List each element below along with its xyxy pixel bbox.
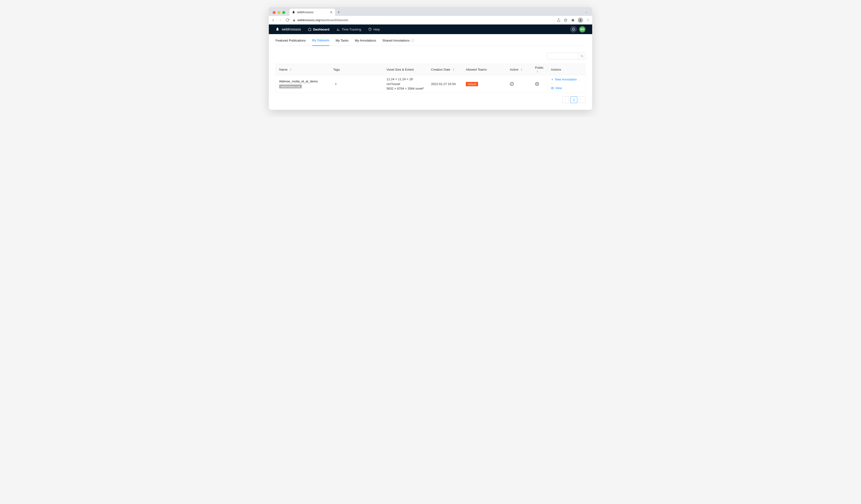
col-header-tags: Tags <box>330 68 383 71</box>
brand-label: webKnossos <box>282 27 301 31</box>
col-header-creation[interactable]: Creation Date ▲▼ <box>428 68 463 71</box>
share-icon[interactable] <box>557 18 560 22</box>
help-icon <box>368 28 372 31</box>
tab-my-datasets[interactable]: My Datasets <box>312 38 329 46</box>
col-header-public[interactable]: Public ▲▼ <box>532 66 547 73</box>
tab-close-icon[interactable]: ✕ <box>330 10 333 14</box>
tab-my-annotations[interactable]: My Annotations <box>355 38 376 46</box>
bookmark-icon[interactable] <box>564 18 568 22</box>
eye-icon <box>551 86 554 90</box>
nav-dashboard[interactable]: Dashboard <box>308 28 329 31</box>
avatar-initials: MS <box>580 28 585 31</box>
cell-tags: + <box>330 81 383 87</box>
url-field[interactable]: webknossos.org/dashboard/datasets <box>292 18 554 22</box>
col-header-active[interactable]: Active ▲▼ <box>506 68 532 71</box>
table-row: l4dense_motta_et_al_demo webknossos.org … <box>276 75 585 93</box>
nav-time-tracking-label: Time Tracking <box>342 28 361 31</box>
cell-actions: New Annotation | ··· View <box>547 78 585 90</box>
subtabs: Featured Publications My Datasets My Tas… <box>275 34 586 46</box>
voxel-size: 11.24 × 11.24 × 28 nm³/voxel <box>386 77 424 86</box>
tab-featured-publications[interactable]: Featured Publications <box>275 38 306 46</box>
dataset-org-badge: webknossos.org <box>279 84 302 88</box>
more-actions-button[interactable]: ··· <box>551 82 554 85</box>
sort-icon: ▲▼ <box>536 70 538 73</box>
browser-tab-bar: webKnossos ✕ + <box>269 7 592 16</box>
page-prev-button[interactable] <box>562 96 569 103</box>
favicon-icon <box>292 11 295 14</box>
browser-action-icons <box>557 17 590 23</box>
svg-point-12 <box>370 30 370 30</box>
table-header: Name ▲▼ Tags Voxel Size & Extent Creatio… <box>276 64 585 75</box>
page-number-button[interactable]: 1 <box>571 96 577 103</box>
app-header: webKnossos Dashboard Time Tracking Help … <box>269 25 592 34</box>
window-minimize-button[interactable] <box>277 11 281 14</box>
svg-point-5 <box>588 20 588 20</box>
tabs-dropdown-button[interactable] <box>583 11 590 16</box>
extensions-icon[interactable] <box>571 18 574 22</box>
svg-point-4 <box>588 19 588 19</box>
url-host: webknossos.org <box>297 18 320 22</box>
nav-forward-button[interactable] <box>278 18 282 22</box>
browser-tab[interactable]: webKnossos ✕ <box>289 9 335 16</box>
lock-icon <box>292 19 296 22</box>
voxel-extent: 5632 × 8704 × 3584 voxel³ <box>386 86 424 91</box>
bell-icon <box>572 28 575 31</box>
team-badge: Default <box>466 82 478 86</box>
tab-my-tasks[interactable]: My Tasks <box>336 38 348 46</box>
nav-back-button[interactable] <box>271 18 275 22</box>
col-header-teams: Allowed Teams <box>463 68 506 71</box>
svg-marker-2 <box>564 18 567 22</box>
tab-shared-annotations[interactable]: Shared Annotations i <box>382 38 414 46</box>
col-header-name[interactable]: Name ▲▼ <box>276 68 330 71</box>
x-circle-icon <box>535 82 539 86</box>
user-avatar[interactable]: MS <box>579 26 586 32</box>
page-next-button[interactable] <box>579 96 586 103</box>
nav-reload-button[interactable] <box>286 18 289 22</box>
plus-icon <box>551 78 554 81</box>
search-input[interactable] <box>547 53 578 59</box>
svg-point-15 <box>510 82 514 85</box>
sort-icon: ▲▼ <box>521 68 522 71</box>
url-path: /dashboard/datasets <box>320 18 348 22</box>
notifications-button[interactable] <box>570 26 577 33</box>
window-close-button[interactable] <box>273 11 275 14</box>
svg-point-13 <box>581 55 583 57</box>
window-controls <box>271 11 287 16</box>
browser-menu-icon[interactable] <box>586 18 590 22</box>
check-circle-icon <box>510 82 514 86</box>
cell-teams: Default <box>463 82 506 86</box>
cell-creation: 2022-01-27 15:54 <box>428 82 463 86</box>
add-tag-button[interactable]: + <box>333 81 339 87</box>
brand-icon <box>275 27 279 31</box>
cell-voxel: 11.24 × 11.24 × 28 nm³/voxel 5632 × 8704… <box>383 77 428 91</box>
chevron-right-icon <box>581 98 583 101</box>
sort-icon: ▲▼ <box>453 68 454 71</box>
col-header-actions: Actions <box>547 68 585 71</box>
window-maximize-button[interactable] <box>282 11 285 14</box>
datasets-table: Name ▲▼ Tags Voxel Size & Extent Creatio… <box>275 64 586 93</box>
address-bar: webknossos.org/dashboard/datasets <box>269 16 592 25</box>
search-row <box>275 46 586 64</box>
nav-help[interactable]: Help <box>368 28 380 31</box>
search-icon <box>580 55 584 58</box>
svg-line-14 <box>583 57 583 57</box>
svg-point-3 <box>580 19 581 20</box>
content-area: Featured Publications My Datasets My Tas… <box>269 34 592 110</box>
dataset-name[interactable]: l4dense_motta_et_al_demo <box>279 80 327 83</box>
search-button[interactable] <box>578 53 585 59</box>
sort-icon: ▲▼ <box>290 68 292 71</box>
new-tab-button[interactable]: + <box>335 10 342 16</box>
chart-icon <box>337 28 340 31</box>
nav-dashboard-label: Dashboard <box>313 28 329 31</box>
chevron-left-icon <box>564 98 567 101</box>
cell-name: l4dense_motta_et_al_demo webknossos.org <box>276 80 330 88</box>
brand[interactable]: webKnossos <box>275 27 301 31</box>
browser-window: webKnossos ✕ + webknossos.org/dashboard/… <box>269 7 592 110</box>
pagination: 1 <box>275 93 586 103</box>
profile-icon[interactable] <box>578 17 583 23</box>
new-annotation-link[interactable]: New Annotation <box>551 78 577 81</box>
nav-time-tracking[interactable]: Time Tracking <box>337 28 361 31</box>
view-link[interactable]: View <box>551 86 562 90</box>
info-icon[interactable]: i <box>411 39 414 42</box>
svg-point-21 <box>552 88 553 88</box>
